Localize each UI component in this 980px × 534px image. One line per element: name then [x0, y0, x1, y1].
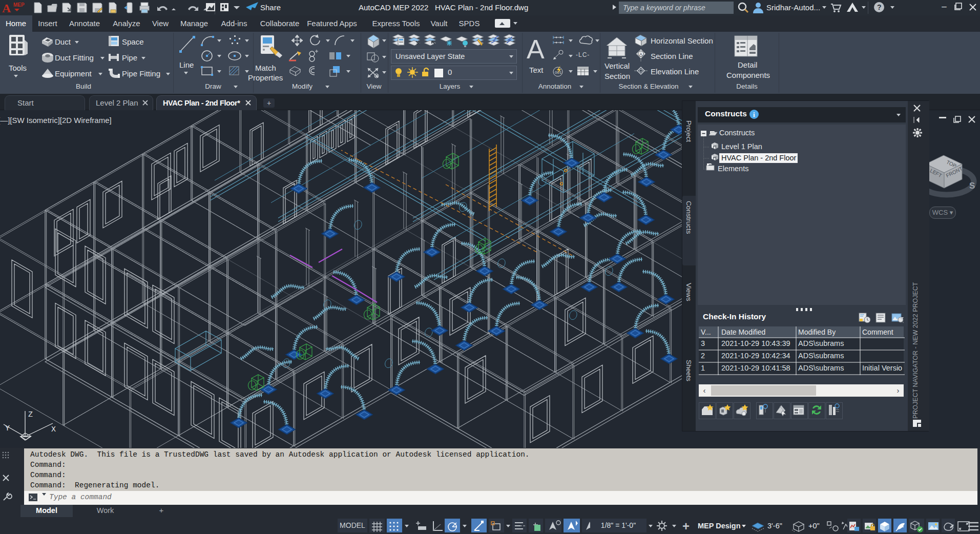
svg-text:Y: Y [5, 424, 10, 433]
svg-text:i: i [753, 111, 755, 118]
svg-text:X: X [51, 425, 56, 434]
svg-text:HVAC Plan - 2nd Floor: HVAC Plan - 2nd Floor [721, 154, 797, 162]
svg-text:A: A [639, 52, 642, 57]
svg-text:Elements: Elements [718, 165, 748, 173]
svg-text:Z: Z [28, 410, 33, 419]
svg-text:MEP: MEP [13, 2, 25, 8]
svg-text:A: A [2, 2, 11, 15]
svg-text:S: S [969, 181, 975, 191]
svg-text:Level 1 Plan: Level 1 Plan [721, 142, 762, 151]
svg-text:?: ? [877, 3, 882, 11]
svg-text:A: A [527, 34, 545, 64]
svg-text:Constructs: Constructs [719, 129, 755, 137]
